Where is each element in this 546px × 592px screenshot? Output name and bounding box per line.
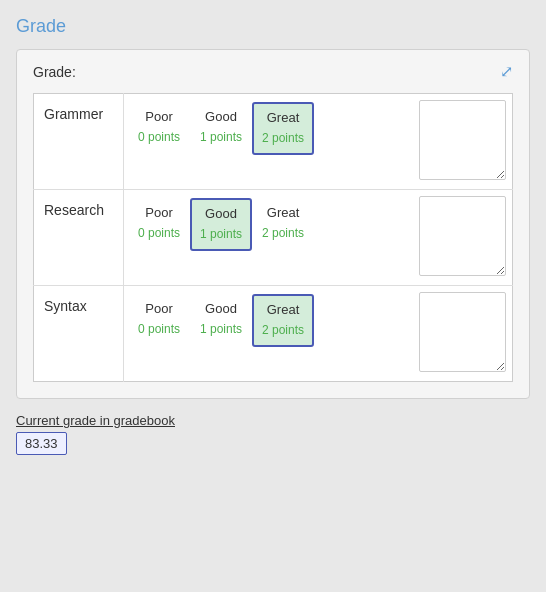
expand-icon[interactable]: ⤢ bbox=[500, 62, 513, 81]
rating-name-0-1: Good bbox=[205, 109, 237, 124]
rating-name-1-2: Great bbox=[267, 205, 300, 220]
criterion-cell-0: Grammer bbox=[34, 94, 124, 190]
rating-name-2-1: Good bbox=[205, 301, 237, 316]
rating-points-1-0: 0 points bbox=[138, 226, 180, 240]
rating-points-0-0: 0 points bbox=[138, 130, 180, 144]
rating-points-0-1: 1 points bbox=[200, 130, 242, 144]
criterion-cell-2: Syntax bbox=[34, 286, 124, 382]
rating-name-0-0: Poor bbox=[145, 109, 172, 124]
rating-points-2-0: 0 points bbox=[138, 322, 180, 336]
rating-box-1-2[interactable]: Great2 points bbox=[252, 198, 314, 251]
rubric-row: GrammerPoor0 pointsGood1 pointsGreat2 po… bbox=[34, 94, 513, 190]
rubric-row: ResearchPoor0 pointsGood1 pointsGreat2 p… bbox=[34, 190, 513, 286]
rating-points-2-1: 1 points bbox=[200, 322, 242, 336]
rubric-table: GrammerPoor0 pointsGood1 pointsGreat2 po… bbox=[33, 93, 513, 382]
rating-points-1-1: 1 points bbox=[200, 227, 242, 241]
ratings-cell-0: Poor0 pointsGood1 pointsGreat2 points bbox=[124, 94, 413, 190]
ratings-cell-1: Poor0 pointsGood1 pointsGreat2 points bbox=[124, 190, 413, 286]
ratings-row-0: Poor0 pointsGood1 pointsGreat2 points bbox=[128, 102, 409, 155]
comment-cell-0 bbox=[413, 94, 513, 190]
rating-box-1-1[interactable]: Good1 points bbox=[190, 198, 252, 251]
current-grade-section: Current grade in gradebook 83.33 bbox=[16, 413, 530, 455]
rating-name-1-0: Poor bbox=[145, 205, 172, 220]
rating-points-1-2: 2 points bbox=[262, 226, 304, 240]
page-container: Grade Grade: ⤢ GrammerPoor0 pointsGood1 … bbox=[16, 16, 530, 455]
rating-box-0-0[interactable]: Poor0 points bbox=[128, 102, 190, 155]
rating-name-2-2: Great bbox=[267, 302, 300, 317]
rating-name-1-1: Good bbox=[205, 206, 237, 221]
rating-box-2-0[interactable]: Poor0 points bbox=[128, 294, 190, 347]
comment-textarea-0[interactable] bbox=[419, 100, 507, 180]
rating-box-1-0[interactable]: Poor0 points bbox=[128, 198, 190, 251]
rating-points-2-2: 2 points bbox=[262, 323, 304, 337]
rubric-row: SyntaxPoor0 pointsGood1 pointsGreat2 poi… bbox=[34, 286, 513, 382]
rating-name-0-2: Great bbox=[267, 110, 300, 125]
rating-points-0-2: 2 points bbox=[262, 131, 304, 145]
rating-box-0-1[interactable]: Good1 points bbox=[190, 102, 252, 155]
page-title: Grade bbox=[16, 16, 530, 37]
ratings-row-2: Poor0 pointsGood1 pointsGreat2 points bbox=[128, 294, 409, 347]
ratings-cell-2: Poor0 pointsGood1 pointsGreat2 points bbox=[124, 286, 413, 382]
rating-box-2-2[interactable]: Great2 points bbox=[252, 294, 314, 347]
grade-header: Grade: ⤢ bbox=[33, 62, 513, 81]
grade-value-box: 83.33 bbox=[16, 432, 67, 455]
criterion-cell-1: Research bbox=[34, 190, 124, 286]
comment-cell-1 bbox=[413, 190, 513, 286]
comment-cell-2 bbox=[413, 286, 513, 382]
rating-name-2-0: Poor bbox=[145, 301, 172, 316]
ratings-row-1: Poor0 pointsGood1 pointsGreat2 points bbox=[128, 198, 409, 251]
grade-label: Grade: bbox=[33, 64, 76, 80]
comment-textarea-1[interactable] bbox=[419, 196, 507, 276]
rating-box-0-2[interactable]: Great2 points bbox=[252, 102, 314, 155]
comment-textarea-2[interactable] bbox=[419, 292, 507, 372]
current-grade-label: Current grade in gradebook bbox=[16, 413, 530, 428]
rating-box-2-1[interactable]: Good1 points bbox=[190, 294, 252, 347]
grade-panel: Grade: ⤢ GrammerPoor0 pointsGood1 points… bbox=[16, 49, 530, 399]
